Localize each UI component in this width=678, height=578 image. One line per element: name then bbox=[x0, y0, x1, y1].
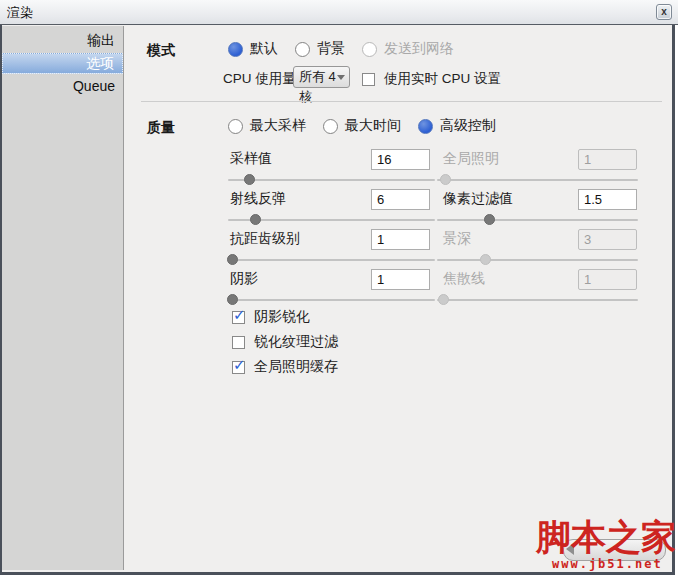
quality-section-label: 质量 bbox=[147, 119, 175, 137]
check-icon: ✓ bbox=[233, 357, 246, 372]
sidebar-item-output[interactable]: 输出 bbox=[2, 30, 123, 51]
checkbox-label: 全局照明缓存 bbox=[254, 358, 338, 376]
radio-icon bbox=[295, 42, 310, 57]
pixel-filter-input[interactable] bbox=[578, 189, 637, 210]
samples-input[interactable] bbox=[371, 149, 430, 170]
window-title: 渲染 bbox=[7, 4, 33, 22]
realtime-cpu-checkbox-row: ✓ 使用实时 CPU 设置 bbox=[362, 70, 501, 88]
checkbox-label: 锐化纹理过滤 bbox=[254, 333, 338, 351]
slider-label: 像素过滤值 bbox=[443, 190, 513, 208]
caustics-input bbox=[578, 269, 637, 290]
radio-label: 最大时间 bbox=[345, 117, 401, 135]
radio-max-time[interactable]: 最大时间 bbox=[323, 117, 401, 135]
checkbox-row-gi-cache: ✓ 全局照明缓存 bbox=[232, 358, 338, 376]
samples-slider[interactable] bbox=[228, 179, 435, 181]
slider-label: 全局照明 bbox=[443, 150, 499, 168]
radio-mode-default[interactable]: 默认 bbox=[228, 40, 278, 58]
sidebar-item-options[interactable]: 选项 bbox=[2, 53, 123, 74]
realtime-cpu-checkbox[interactable]: ✓ bbox=[362, 73, 375, 86]
slider-handle[interactable] bbox=[227, 254, 238, 265]
slider-handle[interactable] bbox=[484, 214, 495, 225]
radio-advanced-control[interactable]: 高级控制 bbox=[418, 117, 496, 135]
cpu-usage-label: CPU 使用量 bbox=[223, 70, 296, 88]
slider-cell-ray-bounces: 射线反弹 bbox=[228, 189, 435, 229]
radio-max-samples[interactable]: 最大采样 bbox=[228, 117, 306, 135]
slider-handle bbox=[480, 254, 491, 265]
slider-label: 射线反弹 bbox=[230, 190, 286, 208]
gi-cache-checkbox[interactable]: ✓ bbox=[232, 361, 245, 374]
radio-icon bbox=[228, 42, 243, 57]
slider-handle[interactable] bbox=[250, 214, 261, 225]
radio-icon bbox=[362, 42, 377, 57]
depth-of-field-slider bbox=[437, 259, 638, 261]
radio-icon bbox=[418, 119, 433, 134]
slider-cell-depth-of-field: 景深 bbox=[437, 229, 638, 269]
shadow-sharpen-checkbox[interactable]: ✓ bbox=[232, 311, 245, 324]
slider-label: 阴影 bbox=[230, 270, 258, 288]
slider-cell-caustics: 焦散线 bbox=[437, 269, 638, 309]
ray-bounces-slider[interactable] bbox=[228, 219, 435, 221]
slider-cell-antialias-level: 抗距齿级别 bbox=[228, 229, 435, 269]
global-illumination-input bbox=[578, 149, 637, 170]
render-dialog: 渲染 x 输出 选项 Queue 模式 默认 背景 发送到网络 CPU 使用量 … bbox=[0, 0, 678, 578]
shadow-slider[interactable] bbox=[228, 299, 435, 301]
realtime-cpu-label: 使用实时 CPU 设置 bbox=[384, 70, 501, 88]
radio-mode-background[interactable]: 背景 bbox=[295, 40, 345, 58]
radio-icon bbox=[228, 119, 243, 134]
radio-label: 高级控制 bbox=[440, 117, 496, 135]
check-icon: ✓ bbox=[233, 307, 246, 322]
radio-label: 背景 bbox=[317, 40, 345, 58]
radio-label: 最大采样 bbox=[250, 117, 306, 135]
checkbox-label: 阴影锐化 bbox=[254, 308, 310, 326]
sidebar-item-queue[interactable]: Queue bbox=[2, 76, 123, 97]
slider-cell-samples: 采样值 bbox=[228, 149, 435, 189]
slider-label: 景深 bbox=[443, 230, 471, 248]
slider-label: 采样值 bbox=[230, 150, 272, 168]
slider-handle[interactable] bbox=[244, 174, 255, 185]
radio-icon bbox=[323, 119, 338, 134]
antialias-level-input[interactable] bbox=[371, 229, 430, 250]
mode-radio-group: 默认 背景 发送到网络 bbox=[228, 40, 454, 58]
mode-section-label: 模式 bbox=[147, 42, 175, 60]
radio-mode-send-to-network[interactable]: 发送到网络 bbox=[362, 40, 454, 58]
radio-label: 默认 bbox=[250, 40, 278, 58]
slider-handle bbox=[438, 294, 449, 305]
section-divider bbox=[141, 101, 662, 102]
slider-label: 抗距齿级别 bbox=[230, 230, 300, 248]
checkbox-row-sharpen-texture-filter: ✓ 锐化纹理过滤 bbox=[232, 333, 338, 351]
slider-cell-global-illumination: 全局照明 bbox=[437, 149, 638, 189]
sharpen-texture-filter-checkbox[interactable]: ✓ bbox=[232, 336, 245, 349]
close-icon[interactable]: x bbox=[656, 4, 672, 20]
slider-label: 焦散线 bbox=[443, 270, 485, 288]
sidebar: 输出 选项 Queue bbox=[2, 26, 124, 570]
shadow-input[interactable] bbox=[371, 269, 430, 290]
global-illumination-slider bbox=[437, 179, 638, 181]
antialias-level-slider[interactable] bbox=[228, 259, 435, 261]
slider-handle[interactable] bbox=[227, 294, 238, 305]
caustics-slider bbox=[437, 299, 638, 301]
ray-bounces-input[interactable] bbox=[371, 189, 430, 210]
chevron-down-icon bbox=[337, 75, 345, 80]
slider-cell-shadow: 阴影 bbox=[228, 269, 435, 309]
title-bar[interactable]: 渲染 x bbox=[0, 0, 678, 25]
radio-label: 发送到网络 bbox=[384, 40, 454, 58]
depth-of-field-input bbox=[578, 229, 637, 250]
slider-cell-pixel-filter: 像素过滤值 bbox=[437, 189, 638, 229]
pixel-filter-slider[interactable] bbox=[437, 219, 638, 221]
watermark-title: 脚本之家 bbox=[536, 514, 676, 561]
watermark-url: www.jb51.net bbox=[552, 557, 663, 571]
checkbox-row-shadow-sharpen: ✓ 阴影锐化 bbox=[232, 308, 310, 326]
slider-handle bbox=[440, 174, 451, 185]
quality-radio-group: 最大采样 最大时间 高级控制 bbox=[228, 117, 496, 135]
cpu-cores-dropdown[interactable]: 所有 4 核 bbox=[293, 66, 350, 88]
